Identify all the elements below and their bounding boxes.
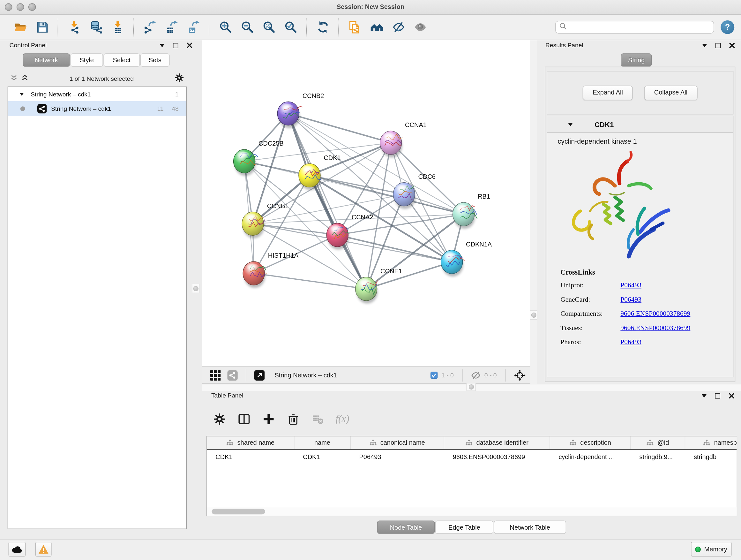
column-header-description[interactable]: description [550,436,631,449]
edge-CCNB2-CCNA1[interactable] [288,113,391,143]
table-horizontal-scrollbar[interactable] [207,507,737,516]
canvas-results-splitter[interactable] [530,40,537,384]
export-network-button[interactable] [139,17,160,38]
show-all-button[interactable] [409,17,431,38]
gene-collapse-icon[interactable] [568,123,573,126]
show-columns-icon[interactable] [237,412,250,425]
import-table-button[interactable] [107,17,129,38]
table-panel-menu-icon[interactable] [702,394,706,397]
network-overview-icon[interactable] [226,369,239,381]
splitter-handle-left[interactable] [192,284,199,294]
gene-section-header[interactable]: CDK1 [547,116,733,133]
crosslink-link[interactable]: 9606.ENSP00000378699 [620,324,690,332]
crosslink-label: Uniprot: [560,281,620,289]
splitter-handle-bottom[interactable] [467,383,476,391]
fit-selected-crosshair-icon [514,369,526,381]
copy-style-button[interactable] [344,17,366,38]
tab-style[interactable]: Style [71,53,103,66]
crosslink-link[interactable]: P06493 [620,296,642,304]
network-collection-row[interactable]: String Network – cdk1 1 [8,87,186,101]
network-canvas[interactable]: CCNB2CCNA1CDC25BCDK1CDC6RB1CCNB1CCNA2CDK… [202,40,530,367]
hide-selected-button[interactable] [387,17,409,38]
results-panel-menu-icon[interactable] [702,44,707,47]
column-header-database-identifier[interactable]: database identifier [444,436,550,449]
export-image-button[interactable] [183,17,204,38]
tab-edge-table[interactable]: Edge Table [435,520,493,534]
expand-all-button[interactable]: Expand All [583,85,633,100]
tab-network-table[interactable]: Network Table [494,520,566,534]
import-network-button[interactable] [63,17,85,38]
column-header-canonical-name[interactable]: canonical name [351,436,444,449]
homes-button[interactable] [366,17,387,38]
results-panel-close-button[interactable] [729,43,735,48]
table-panel-close-button[interactable] [729,393,734,399]
selected-checkbox[interactable] [430,372,437,379]
control-panel-float-button[interactable] [173,43,178,48]
node-CCNA1[interactable]: CCNA1 [380,121,427,158]
column-header-namespace[interactable]: namespace [685,436,737,449]
table-settings-gear-icon[interactable] [212,412,226,425]
edge-CDKN1A-CCNE1[interactable] [366,262,452,289]
open-session-button[interactable] [10,17,31,38]
warnings-button[interactable] [36,542,51,557]
copy-style-icon [348,21,361,34]
scrollbar-thumb[interactable] [212,509,265,514]
column-header-shared-name[interactable]: shared name [207,436,294,449]
homes-icon [370,21,383,34]
node-CCNB1[interactable]: CCNB1 [242,202,288,239]
refresh-icon [316,21,329,34]
delete-column-icon[interactable] [286,412,299,425]
node-CDC25B[interactable]: CDC25B [233,140,284,176]
refresh-button[interactable] [312,17,333,38]
zoom-out-button[interactable] [236,17,258,38]
results-expand-collapse-bar: Expand All Collapse All [547,71,733,114]
birdseye-view-button[interactable] [253,369,266,381]
results-panel-float-button[interactable] [716,43,721,48]
cloud-services-button[interactable] [9,542,25,557]
node-CDKN1A[interactable]: CDKN1A [441,241,492,277]
help-button[interactable]: ? [721,20,734,34]
search-box[interactable] [555,21,714,34]
crosslink-link[interactable]: 9606.ENSP00000378699 [620,310,690,318]
node-RB1[interactable]: RB1 [453,193,490,229]
column-header-name[interactable]: name [294,436,351,449]
control-panel-close-button[interactable] [187,43,192,48]
expand-all-networks-icon[interactable] [21,74,28,83]
import-database-button[interactable] [85,17,107,38]
grid-view-icon [210,370,221,381]
network-row[interactable]: String Network – cdk1 11 48 [8,101,186,116]
save-session-button[interactable] [31,17,53,38]
tab-select[interactable]: Select [104,53,140,66]
zoom-in-button[interactable] [214,17,236,38]
tab-string[interactable]: String [621,53,652,66]
table-panel-float-button[interactable] [715,393,720,398]
crosslink-link[interactable]: P06493 [620,281,642,289]
hidden-elements-icon [471,370,481,380]
edge-CCNB2-RB1[interactable] [288,113,463,214]
zoom-fit-button[interactable] [258,17,280,38]
search-input[interactable] [567,23,714,30]
node-HIST1H1A[interactable]: HIST1H1A [243,252,299,288]
column-header-@id[interactable]: @id [631,436,685,449]
edge-CCNA2-CDKN1A[interactable] [337,235,452,262]
fit-selected-crosshair-icon[interactable] [514,369,526,381]
network-options-gear-icon[interactable] [175,73,184,84]
edge-CCNB2-CCNE1[interactable] [288,113,366,289]
node-CCNB2[interactable]: CCNB2 [277,92,324,128]
tab-sets[interactable]: Sets [140,53,170,66]
control-panel-menu-icon[interactable] [160,44,165,47]
tab-network[interactable]: Network [23,53,70,66]
tab-node-table[interactable]: Node Table [377,520,435,534]
export-table-button[interactable] [160,17,182,38]
add-column-icon[interactable] [262,412,275,425]
table-row[interactable]: CDK1CDK1P064939606.ENSP00000378699cyclin… [207,450,737,463]
collapse-all-button[interactable]: Collapse All [644,85,697,100]
edge-HIST1H1A-CCNE1[interactable] [254,273,366,289]
memory-button[interactable]: Memory [691,542,731,557]
collection-collapse-icon[interactable] [20,92,24,96]
zoom-selected-button[interactable] [280,17,301,38]
collapse-all-networks-icon[interactable] [10,74,17,83]
splitter-handle-right[interactable] [530,310,537,320]
grid-view-icon[interactable] [209,369,222,381]
crosslink-link[interactable]: P06493 [620,338,642,346]
